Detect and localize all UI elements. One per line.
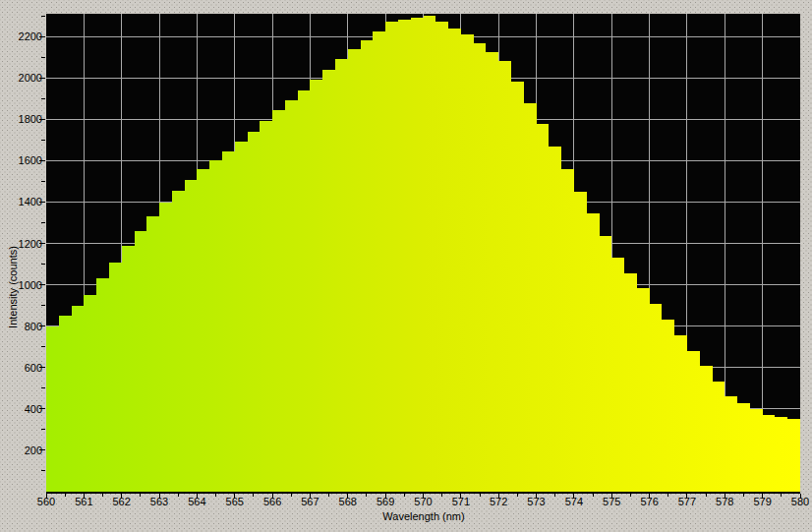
x-tick-label: 560 xyxy=(30,496,62,507)
x-axis-title: Wavelength (nm) xyxy=(382,510,464,522)
x-tick-label: 579 xyxy=(747,496,779,507)
y-tick-label: 1200 xyxy=(2,238,42,250)
x-tick-label: 569 xyxy=(370,496,401,507)
x-tick-label: 561 xyxy=(68,496,99,507)
x-tick-label: 562 xyxy=(106,496,138,507)
x-tick-label: 570 xyxy=(408,496,439,507)
x-tick-label: 574 xyxy=(558,496,590,507)
y-tick-label: 1400 xyxy=(2,196,42,207)
x-tick-label: 578 xyxy=(709,496,740,507)
plot-area xyxy=(46,14,800,492)
y-tick-label: 600 xyxy=(2,362,42,374)
x-tick-label: 571 xyxy=(445,496,477,507)
x-tick-label: 573 xyxy=(521,496,552,507)
x-tick-label: 576 xyxy=(634,496,666,507)
x-tick-label: 572 xyxy=(483,496,514,507)
x-tick-label: 568 xyxy=(332,496,364,507)
y-tick-label: 200 xyxy=(2,444,42,456)
y-tick-label: 400 xyxy=(2,403,42,415)
x-tick-label: 565 xyxy=(219,496,251,507)
y-tick-label: 2200 xyxy=(2,30,42,42)
x-tick-label: 563 xyxy=(144,496,175,507)
spectrum-chart-window: Intensity (counts) 200400600800100012001… xyxy=(0,0,812,532)
x-tick-label: 564 xyxy=(181,496,212,507)
x-tick-label: 577 xyxy=(671,496,703,507)
y-tick-label: 1800 xyxy=(2,113,42,125)
y-tick-label: 2000 xyxy=(2,72,42,84)
y-tick-label: 1000 xyxy=(2,279,42,291)
x-tick-label: 580 xyxy=(784,496,812,507)
x-tick-label: 566 xyxy=(257,496,288,507)
x-tick-label: 567 xyxy=(294,496,325,507)
y-tick-label: 800 xyxy=(2,321,42,332)
y-tick-label: 1600 xyxy=(2,154,42,166)
x-tick-label: 575 xyxy=(596,496,627,507)
